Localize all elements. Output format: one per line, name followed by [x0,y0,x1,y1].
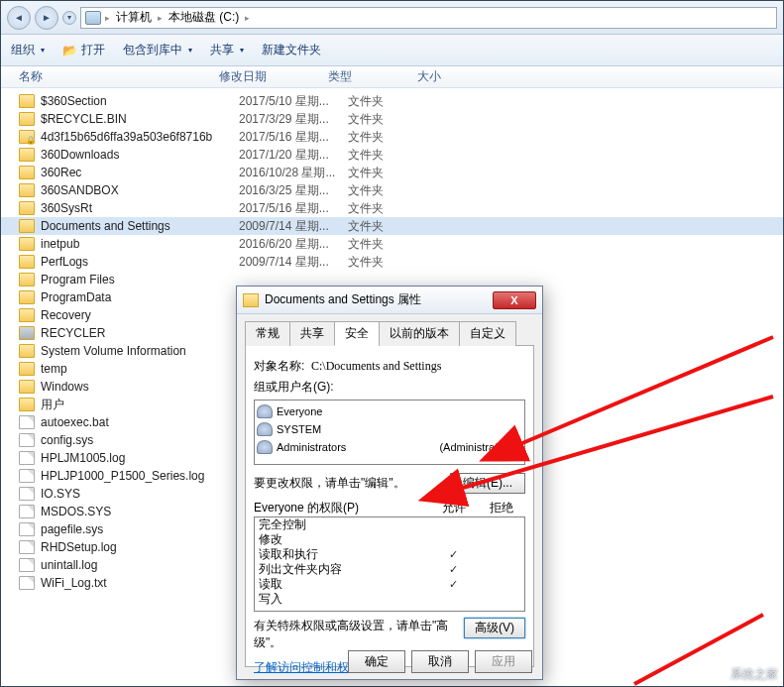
folder-icon [19,219,35,233]
address-bar: ◄ ► ▾ ▸ 计算机 ▸ 本地磁盘 (C:) ▸ [1,1,783,35]
file-icon [19,540,35,554]
file-name: $360Section [41,94,239,108]
nav-back-button[interactable]: ◄ [7,6,31,30]
file-date: 2017/5/16 星期... [239,129,348,146]
file-row[interactable]: Documents and Settings2009/7/14 星期...文件夹 [1,217,783,235]
col-date[interactable]: 修改日期 [219,68,328,85]
toolbar: 组织 📂打开 包含到库中 共享 新建文件夹 [1,35,783,66]
permission-row: 修改 [255,532,524,547]
folder-icon [19,183,35,197]
path-segment-drive[interactable]: 本地磁盘 (C:) [167,9,241,26]
dialog-titlebar[interactable]: Documents and Settings 属性 X [237,286,542,314]
advanced-hint: 有关特殊权限或高级设置，请单击"高级"。 [254,618,464,651]
folder-icon [19,380,35,394]
cancel-button[interactable]: 取消 [411,650,469,673]
tab-custom[interactable]: 自定义 [459,321,516,346]
include-menu[interactable]: 包含到库中 [123,42,192,58]
tab-previous[interactable]: 以前的版本 [379,321,460,346]
col-type[interactable]: 类型 [328,68,417,85]
help-link[interactable]: 了解访问控制和权限 [254,659,361,676]
folder-icon [19,130,35,144]
newfolder-button[interactable]: 新建文件夹 [262,42,321,58]
file-row[interactable]: 360Downloads2017/1/20 星期...文件夹 [1,146,783,164]
object-name-label: 对象名称: [254,359,304,373]
user-icon [257,440,273,454]
file-icon [19,433,35,447]
ok-button[interactable]: 确定 [348,650,405,673]
file-name: config.sys [41,433,239,447]
file-row[interactable]: 4d3f15b65d6ffa39a503e6f8716b2017/5/16 星期… [1,128,783,146]
allow-header: 允许 [430,500,478,516]
file-row[interactable]: PerfLogs2009/7/14 星期...文件夹 [1,253,783,271]
folder-icon [19,308,35,322]
security-pane: 对象名称: C:\Documents and Settings 组或用户名(G)… [245,346,534,667]
column-headers: 名称 修改日期 类型 大小 [1,66,783,88]
file-name: Recovery [41,308,239,322]
file-name: autoexec.bat [41,415,239,429]
file-icon [19,522,35,536]
path-segment-computer[interactable]: 计算机 [114,9,154,26]
file-name: RHDSetup.log [41,540,239,554]
deny-header: 拒绝 [478,500,525,516]
file-date: 2016/10/28 星期... [239,165,348,181]
allow-check: ✓ [429,578,477,591]
file-date: 2016/3/25 星期... [239,182,348,199]
file-name: HPLJM1005.log [41,451,239,465]
advanced-button[interactable]: 高级(V) [464,618,525,638]
allow-check: ✓ [429,563,477,576]
file-type: 文件夹 [348,165,437,181]
dialog-buttons: 确定 取消 应用 [348,650,532,673]
col-size[interactable]: 大小 [417,68,497,85]
file-name: PerfLogs [41,255,239,269]
file-type: 文件夹 [348,200,437,217]
file-date: 2017/5/10 星期... [239,93,348,110]
permissions-list[interactable]: 完全控制修改读取和执行✓列出文件夹内容✓读取✓写入 [254,516,525,612]
nav-history-dropdown[interactable]: ▾ [62,11,76,25]
user-icon [257,404,273,418]
organize-menu[interactable]: 组织 [11,42,45,58]
file-row[interactable]: 360SysRt2017/5/16 星期...文件夹 [1,199,783,217]
file-name: Windows [41,380,239,394]
user-name: SYSTEM [277,423,321,435]
allow-check: ✓ [429,548,477,561]
share-menu[interactable]: 共享 [210,42,244,58]
users-list[interactable]: EveryoneSYSTEMAdministrators (Administra… [254,400,525,465]
file-name: HPLJP1000_P1500_Series.log [41,469,239,483]
file-name: ProgramData [41,290,239,304]
folder-icon [19,148,35,162]
close-button[interactable]: X [493,291,536,309]
open-button[interactable]: 📂打开 [62,42,105,58]
user-icon [257,422,273,436]
folder-icon [19,201,35,215]
permission-row: 完全控制 [255,517,524,532]
tab-share[interactable]: 共享 [289,321,335,346]
file-row[interactable]: $RECYCLE.BIN2017/3/29 星期...文件夹 [1,110,783,128]
dialog-tabs: 常规 共享 安全 以前的版本 自定义 [245,320,534,346]
user-row[interactable]: SYSTEM [257,420,522,438]
file-type: 文件夹 [348,111,437,128]
file-row[interactable]: 360Rec2016/10/28 星期...文件夹 [1,164,783,181]
file-row[interactable]: $360Section2017/5/10 星期...文件夹 [1,92,783,110]
file-name: IO.SYS [41,487,239,501]
file-name: Documents and Settings [41,219,239,233]
tab-general[interactable]: 常规 [245,321,290,346]
folder-icon [19,94,35,108]
file-name: pagefile.sys [41,522,239,536]
user-row[interactable]: Administrators (Administrators) [257,438,522,456]
tab-security[interactable]: 安全 [334,321,380,346]
user-row[interactable]: Everyone [257,402,522,420]
col-name[interactable]: 名称 [1,68,219,85]
chevron-right-icon: ▸ [158,13,163,23]
user-name: Administrators [277,441,346,453]
nav-forward-button[interactable]: ► [35,6,58,30]
file-row[interactable]: 360SANDBOX2016/3/25 星期...文件夹 [1,181,783,199]
folder-icon [19,273,35,286]
chevron-right-icon: ▸ [105,13,110,23]
file-icon [19,487,35,501]
file-row[interactable]: inetpub2016/6/20 星期...文件夹 [1,235,783,253]
apply-button[interactable]: 应用 [475,650,532,673]
path-box[interactable]: ▸ 计算机 ▸ 本地磁盘 (C:) ▸ [80,7,777,29]
file-icon [19,505,35,518]
file-date: 2017/5/16 星期... [239,200,348,217]
edit-button[interactable]: 编辑(E)... [450,473,525,494]
